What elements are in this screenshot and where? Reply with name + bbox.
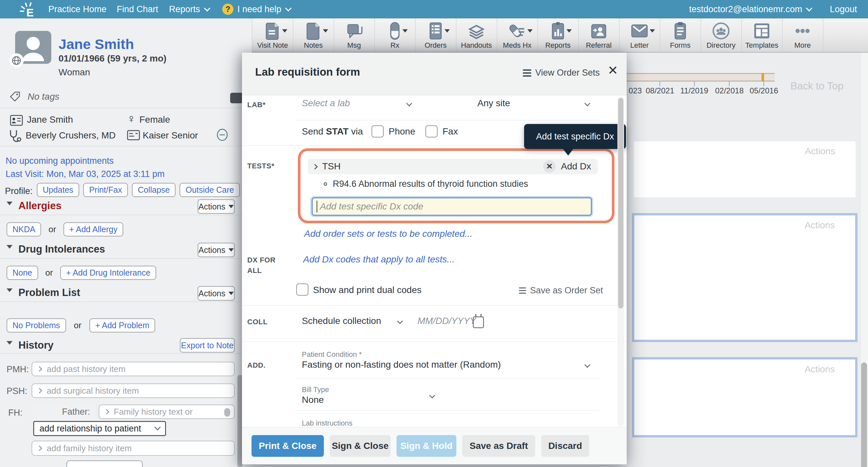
collapse-button[interactable]: Collapse xyxy=(132,183,176,197)
calendar-icon[interactable] xyxy=(473,316,484,328)
chevron-down-icon[interactable] xyxy=(429,392,435,398)
panel-actions-link[interactable]: Actions xyxy=(805,146,835,157)
drug-intolerances-actions-button[interactable]: Actions xyxy=(197,243,235,257)
toolbar-notes-button[interactable]: Notes xyxy=(293,19,334,52)
family-history-input[interactable]: add family history item xyxy=(32,441,235,456)
dual-codes-checkbox[interactable] xyxy=(296,283,308,295)
save-as-draft-button[interactable]: Save as Draft xyxy=(462,435,535,457)
dropdown-arrow-icon[interactable] xyxy=(527,29,533,33)
panel-actions-link[interactable]: Actions xyxy=(805,220,835,230)
nav-find-chart[interactable]: Find Chart xyxy=(117,0,158,19)
bill-type-select[interactable]: None xyxy=(302,395,324,405)
last-visit-link[interactable]: Last Visit: Mon, Mar 03, 2025 at 3:11 pm xyxy=(6,169,165,179)
remove-test-icon[interactable]: ✕ xyxy=(543,160,556,173)
add-tag-button[interactable] xyxy=(230,93,243,103)
problem-list-actions-button[interactable]: Actions xyxy=(197,286,235,301)
family-history-father-input[interactable]: Family history text or xyxy=(99,405,235,419)
toolbar-directory-button[interactable]: Directory xyxy=(701,19,742,52)
sign-and-close-button[interactable]: Sign & Close xyxy=(330,435,391,457)
toolbar-meds-hx-button[interactable]: Meds Hx xyxy=(497,19,538,52)
nav-logout[interactable]: Logout xyxy=(830,0,857,19)
view-order-sets-button[interactable]: View Order Sets xyxy=(523,68,600,78)
reports-icon xyxy=(550,21,565,41)
test-row-tsh[interactable]: TSH ✕ Add Dx xyxy=(308,159,598,174)
close-icon[interactable]: ✕ xyxy=(608,63,618,77)
mic-icon[interactable] xyxy=(224,408,230,417)
dropdown-arrow-icon[interactable] xyxy=(650,29,655,33)
order-sets-list-icon xyxy=(523,69,531,76)
site-select[interactable]: Any site xyxy=(477,98,510,108)
toolbar-msg-button[interactable]: Msg xyxy=(334,19,375,52)
father-label: Father: xyxy=(32,404,95,419)
stat-phone-checkbox[interactable] xyxy=(372,125,384,137)
remove-insurance-icon[interactable] xyxy=(216,128,229,143)
toolbar-more-button[interactable]: More xyxy=(782,19,823,52)
panel-actions-link[interactable]: Actions xyxy=(805,364,835,375)
toolbar-forms-button[interactable]: Forms xyxy=(660,19,701,52)
nav-practice-home[interactable]: Practice Home xyxy=(48,0,106,19)
collection-select[interactable]: Schedule collection xyxy=(302,316,381,326)
psh-input[interactable]: add surgical history item xyxy=(32,383,235,398)
patient-name[interactable]: Jane Smith xyxy=(59,36,134,52)
outside-care-button[interactable]: Outside Care xyxy=(180,183,240,197)
toolbar-referral-button[interactable]: Referral xyxy=(578,19,619,52)
toolbar-templates-button[interactable]: Templates xyxy=(741,19,782,52)
toolbar-letter-button[interactable]: Letter xyxy=(619,19,660,52)
dropdown-arrow-icon[interactable] xyxy=(566,29,572,33)
nav-reports-menu[interactable]: Reports xyxy=(169,0,210,19)
truncated-add-button[interactable] xyxy=(66,460,143,467)
add-dx-button[interactable]: Add Dx xyxy=(561,161,591,172)
sign-and-hold-button[interactable]: Sign & Hold xyxy=(397,435,456,457)
add-order-sets-link[interactable]: Add order sets or tests to be completed.… xyxy=(304,228,472,239)
tooltip-text: Add test specific Dx xyxy=(536,131,614,142)
chevron-down-icon[interactable] xyxy=(584,362,590,368)
patient-condition-select[interactable]: Fasting or non-fasting does not matter (… xyxy=(302,360,501,370)
nav-help-menu[interactable]: ? I need help xyxy=(222,0,291,19)
lab-select[interactable]: Select a lab xyxy=(302,98,350,108)
add-allergy-button[interactable]: + Add Allergy xyxy=(63,222,124,237)
collapse-arrow-icon[interactable] xyxy=(7,345,12,350)
tooltip-arrow xyxy=(563,148,574,156)
relationship-select[interactable]: add relationship to patient xyxy=(33,421,166,436)
dx-code-input[interactable]: Add test specific Dx code xyxy=(312,197,592,216)
add-problem-button[interactable]: + Add Problem xyxy=(89,318,156,333)
toolbar-reports-button[interactable]: Reports xyxy=(537,19,579,52)
discard-button[interactable]: Discard xyxy=(541,435,589,457)
collapse-arrow-icon[interactable] xyxy=(7,205,12,211)
toolbar-visit-note-button[interactable]: Visit Note xyxy=(252,19,293,52)
visit-timeline-bar[interactable] xyxy=(625,73,775,82)
chevron-down-icon[interactable] xyxy=(397,318,403,324)
collapse-arrow-icon[interactable] xyxy=(7,292,12,298)
toolbar-rx-button[interactable]: Rx xyxy=(374,19,415,52)
collection-date-input[interactable]: MM/DD/YYYY xyxy=(417,316,476,326)
toolbar-handouts-button[interactable]: Handouts xyxy=(456,19,497,52)
back-to-top-link[interactable]: Back to Top xyxy=(790,80,843,92)
toolbar-orders-button[interactable]: Orders xyxy=(415,19,456,52)
chevron-down-icon[interactable] xyxy=(584,100,590,106)
no-problems-button[interactable]: No Problems xyxy=(7,318,66,333)
nkda-button[interactable]: NKDA xyxy=(7,222,41,237)
dropdown-arrow-icon[interactable] xyxy=(282,29,287,33)
dropdown-arrow-icon[interactable] xyxy=(444,29,450,33)
updates-button[interactable]: Updates xyxy=(37,183,79,197)
allergies-actions-button[interactable]: Actions xyxy=(197,199,235,214)
print-fax-button[interactable]: Print/Fax xyxy=(83,183,128,197)
stat-fax-checkbox[interactable] xyxy=(426,125,438,137)
chevron-down-icon[interactable] xyxy=(406,100,412,106)
none-intolerance-button[interactable]: None xyxy=(7,266,38,280)
page-scrollbar-thumb[interactable] xyxy=(861,363,867,467)
print-and-close-button[interactable]: Print & Close xyxy=(251,435,324,457)
add-dx-all-tests-link[interactable]: Add Dx codes that apply to all tests... xyxy=(303,254,455,265)
elation-logo-icon[interactable]: E xyxy=(19,2,39,17)
add-drug-intolerance-button[interactable]: + Add Drug Intolerance xyxy=(60,266,156,280)
export-to-note-button[interactable]: Export to Note xyxy=(180,338,235,352)
dropdown-arrow-icon[interactable] xyxy=(402,29,408,33)
chevron-right-icon[interactable] xyxy=(312,164,318,170)
collapse-arrow-icon[interactable] xyxy=(7,249,12,254)
save-as-order-set-button[interactable]: Save as Order Set xyxy=(519,285,603,295)
dropdown-arrow-icon[interactable] xyxy=(323,29,328,33)
upcoming-appointments-link[interactable]: No upcoming appointments xyxy=(6,156,114,166)
nav-account-menu[interactable]: testdoctor2@elationemr.com xyxy=(689,0,811,19)
pmh-input[interactable]: add past history item xyxy=(32,362,235,376)
modal-scrollbar-thumb[interactable] xyxy=(618,98,623,309)
